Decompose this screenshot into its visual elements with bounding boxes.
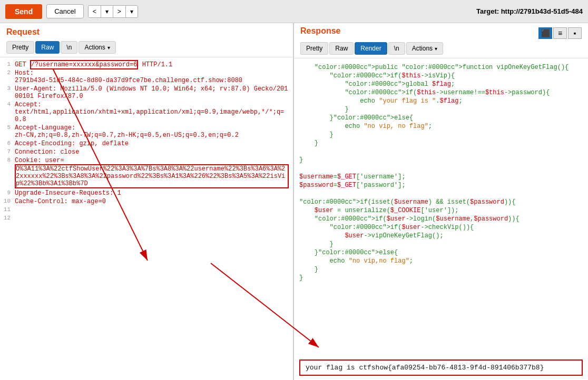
line-content: Cache-Control: max-age=0 <box>15 198 293 205</box>
request-line: 7Connection: close <box>0 148 293 156</box>
main-content: Request Pretty Raw \n Actions ▾ 1GET /?u… <box>0 23 588 380</box>
response-actions-label: Actions <box>412 45 433 52</box>
response-line <box>299 165 583 173</box>
line-number: 1 <box>0 61 15 68</box>
response-line: "color:#0000cc">if($this->isVip){ <box>299 72 583 81</box>
next-drop-button[interactable]: ▾ <box>126 6 138 17</box>
prev-button[interactable]: < <box>89 6 101 17</box>
line-content: Accept-Language: zh-CN,zh;q=0.8,zh-TW;q=… <box>15 124 293 139</box>
line-content: User-Agent: Mozilla/5.0 (Windows NT 10.0… <box>15 85 293 100</box>
request-line: 9Upgrade-Insecure-Requests: 1 <box>0 189 293 197</box>
response-code-area[interactable]: "color:#0000cc">public "color:#0000cc">f… <box>294 58 588 355</box>
response-line: } <box>299 106 583 114</box>
tab-request-raw[interactable]: Raw <box>35 41 60 54</box>
line-number: 8 <box>0 157 15 188</box>
request-line: 8Cookie: user=O%3A11%3A%22ctfShowUser%22… <box>0 156 293 189</box>
response-line: $user->vipOneKeyGetFlag(); <box>299 232 583 241</box>
view-single-button[interactable]: ▪ <box>568 27 582 39</box>
response-line: }"color:#0000cc">else{ <box>299 114 583 123</box>
response-line: } <box>299 241 583 249</box>
request-actions-label: Actions <box>84 44 105 51</box>
prev-drop-button[interactable]: ▾ <box>101 6 113 17</box>
line-content: Accept-Encoding: gzip, deflate <box>15 140 293 147</box>
target-label: Target: http://2791b43d-51d5-484 <box>476 7 583 15</box>
top-bar: Send Cancel < ▾ > ▾ Target: http://2791b… <box>0 0 588 23</box>
response-actions-caret-icon: ▾ <box>435 46 437 52</box>
tab-response-newline[interactable]: \n <box>388 42 405 55</box>
line-content <box>15 206 293 214</box>
response-line: echo "no vip,no flag"; <box>299 257 583 266</box>
response-line: "color:#0000cc">if($this->username!==$th… <box>299 89 583 97</box>
response-line: "color:#0000cc">if(isset($username) && i… <box>299 198 583 207</box>
response-line: } <box>299 274 583 283</box>
request-header: Request <box>0 23 293 41</box>
response-line: echo "no vip, no flag"; <box>299 123 583 131</box>
request-tab-bar: Pretty Raw \n Actions ▾ <box>0 41 293 57</box>
line-content: Cookie: user=O%3A11%3A%22ctfShowUser%22%… <box>15 157 293 188</box>
line-content: Upgrade-Insecure-Requests: 1 <box>15 189 293 197</box>
response-line: } <box>299 139 583 148</box>
view-mode-buttons: ⬛ ≡ ▪ <box>538 27 582 39</box>
request-title: Request <box>6 27 287 37</box>
tab-response-raw[interactable]: Raw <box>329 42 354 55</box>
request-line: 12 <box>0 214 293 223</box>
response-line: $user = unserialize($_COOKIE['user']); <box>299 207 583 215</box>
response-line: echo "your flag is ".$flag; <box>299 97 583 106</box>
response-line: $password=$_GET['password']; <box>299 182 583 190</box>
response-line: $username=$_GET['username']; <box>299 173 583 182</box>
line-number: 7 <box>0 148 15 156</box>
tab-response-pretty[interactable]: Pretty <box>300 42 328 55</box>
cancel-button[interactable]: Cancel <box>46 4 83 18</box>
response-tab-bar: Pretty Raw Render \n Actions ▾ <box>294 42 588 58</box>
tab-response-render[interactable]: Render <box>355 42 387 55</box>
view-split-button[interactable]: ⬛ <box>538 27 552 39</box>
line-number: 12 <box>0 215 15 222</box>
request-line: 4Accept: text/html,application/xhtml+xml… <box>0 101 293 124</box>
line-content: Accept: text/html,application/xhtml+xml,… <box>15 101 293 123</box>
request-code-area[interactable]: 1GET /?username=xxxxxx&password=6 HTTP/1… <box>0 57 293 380</box>
response-line: } <box>299 266 583 274</box>
request-line: 11 <box>0 206 293 214</box>
response-code-block: "color:#0000cc">public "color:#0000cc">f… <box>294 62 588 285</box>
response-title: Response <box>300 26 340 36</box>
line-number: 4 <box>0 101 15 123</box>
line-number: 11 <box>0 206 15 214</box>
response-panel: Response ⬛ ≡ ▪ Pretty Raw Render \n Acti… <box>294 23 588 380</box>
tab-request-newline[interactable]: \n <box>61 41 77 54</box>
line-number: 6 <box>0 140 15 147</box>
flag-box: your flag is ctfshow{afa09254-bb76-4813-… <box>299 359 583 376</box>
response-line: "color:#0000cc">if($user->checkVip()){ <box>299 224 583 232</box>
response-line <box>299 190 583 198</box>
send-button[interactable]: Send <box>5 4 42 19</box>
response-header-row: Response ⬛ ≡ ▪ <box>294 23 588 42</box>
line-content: Connection: close <box>15 148 293 156</box>
response-line: } <box>299 156 583 165</box>
request-actions-button[interactable]: Actions ▾ <box>79 41 115 54</box>
view-list-button[interactable]: ≡ <box>553 27 567 39</box>
response-line: "color:#0000cc">if($user->login($usernam… <box>299 215 583 224</box>
response-line: } <box>299 131 583 139</box>
response-line: "color:#0000cc">global $flag; <box>299 81 583 89</box>
line-number: 5 <box>0 124 15 139</box>
nav-buttons: < ▾ > ▾ <box>88 5 138 18</box>
response-line: "color:#0000cc">public "color:#0000cc">f… <box>299 64 583 72</box>
line-content: Host: 2791b43d-51d5-484c-8d80-da37d9fce7… <box>15 69 293 84</box>
line-number: 2 <box>0 69 15 84</box>
tab-request-pretty[interactable]: Pretty <box>6 41 34 54</box>
request-line: 3User-Agent: Mozilla/5.0 (Windows NT 10.… <box>0 85 293 101</box>
request-line: 10Cache-Control: max-age=0 <box>0 197 293 206</box>
response-actions-button[interactable]: Actions ▾ <box>406 42 443 55</box>
request-line: 1GET /?username=xxxxxx&password=6 HTTP/1… <box>0 61 293 69</box>
request-line: 6Accept-Encoding: gzip, deflate <box>0 139 293 148</box>
line-number: 10 <box>0 198 15 205</box>
request-actions-caret-icon: ▾ <box>107 45 110 51</box>
line-number: 9 <box>0 189 15 197</box>
line-content <box>15 215 293 222</box>
line-number: 3 <box>0 85 15 100</box>
request-line: 2Host: 2791b43d-51d5-484c-8d80-da37d9fce… <box>0 69 293 85</box>
request-panel: Request Pretty Raw \n Actions ▾ 1GET /?u… <box>0 23 294 380</box>
line-content: GET /?username=xxxxxx&password=6 HTTP/1.… <box>15 61 293 68</box>
response-line <box>299 148 583 156</box>
response-line: }"color:#0000cc">else{ <box>299 249 583 257</box>
next-button[interactable]: > <box>113 6 126 17</box>
